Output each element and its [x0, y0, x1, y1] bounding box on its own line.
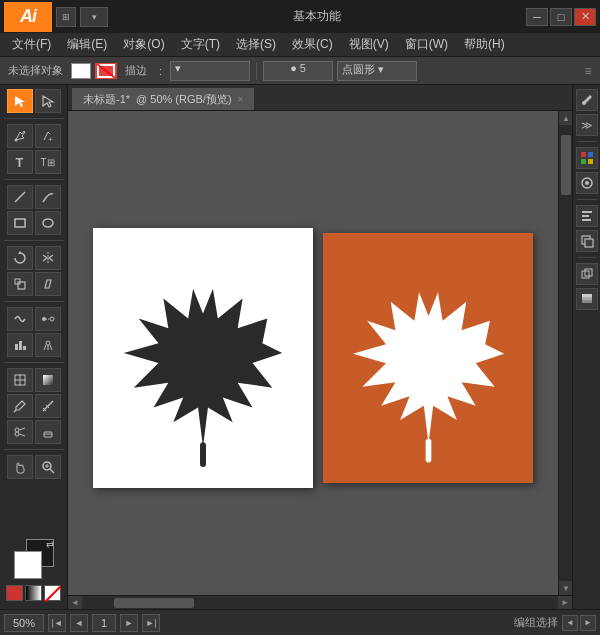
doc-white[interactable] [93, 228, 313, 488]
panel-separator [577, 199, 597, 200]
tool-separator [4, 449, 64, 450]
menu-file[interactable]: 文件(F) [4, 34, 59, 55]
menu-view[interactable]: 视图(V) [341, 34, 397, 55]
direct-selection-tool[interactable] [35, 89, 61, 113]
nav-last-button[interactable]: ►| [142, 614, 160, 632]
mesh-tool[interactable] [7, 368, 33, 392]
arc-tool[interactable] [35, 185, 61, 209]
scroll-right-button[interactable]: ► [558, 596, 572, 610]
scroll-down-button[interactable]: ▼ [559, 581, 572, 595]
close-button[interactable]: ✕ [574, 8, 596, 26]
scroll-left-button[interactable]: ◄ [68, 596, 82, 610]
solid-color-btn[interactable] [6, 585, 23, 601]
canvas-tab[interactable]: 未标题-1* @ 50% (RGB/预览) × [72, 88, 254, 110]
gradient-color-btn[interactable] [25, 585, 42, 601]
toolbar-separator [256, 62, 257, 80]
eyedropper-tool[interactable] [7, 394, 33, 418]
menu-window[interactable]: 窗口(W) [397, 34, 456, 55]
reflect-tool[interactable] [35, 246, 61, 270]
zoom-input[interactable] [4, 614, 44, 632]
no-color-btn[interactable] [44, 585, 61, 601]
rotate-tool[interactable] [7, 246, 33, 270]
point-count-input[interactable]: ● 5 [263, 61, 333, 81]
svg-point-19 [46, 341, 50, 345]
svg-point-4 [14, 139, 17, 142]
shear-tool[interactable] [35, 272, 61, 296]
menu-help[interactable]: 帮助(H) [456, 34, 513, 55]
menu-object[interactable]: 对象(O) [115, 34, 172, 55]
panel-expand-icon[interactable]: ≫ [576, 114, 598, 136]
panel-align-icon[interactable] [576, 205, 598, 227]
panel-brush-icon[interactable] [576, 89, 598, 111]
ellipse-tool[interactable] [35, 211, 61, 235]
svg-rect-42 [588, 152, 593, 157]
svg-point-8 [43, 219, 53, 227]
shape-select[interactable]: 点圆形 ▾ [337, 61, 417, 81]
tool-row [2, 211, 65, 235]
panel-separator [577, 257, 597, 258]
tab-close-button[interactable]: × [238, 94, 244, 105]
background-swatch[interactable] [14, 551, 42, 579]
svg-rect-55 [582, 297, 592, 300]
tool-row [2, 89, 65, 113]
blend-tool[interactable] [35, 307, 61, 331]
scroll-thumb[interactable] [561, 135, 571, 195]
add-anchor-tool[interactable]: + [35, 124, 61, 148]
panel-layers-icon[interactable] [576, 288, 598, 310]
panel-transform-icon[interactable] [576, 230, 598, 252]
status-arrows: ◄ ► [562, 615, 596, 631]
nav-first-button[interactable]: |◄ [48, 614, 66, 632]
scroll-track[interactable] [559, 125, 572, 581]
minimize-button[interactable]: ─ [526, 8, 548, 26]
type-tool[interactable]: T [7, 150, 33, 174]
zoom-tool[interactable] [35, 455, 61, 479]
symbol-sprayer-tool[interactable] [35, 333, 61, 357]
menu-edit[interactable]: 编辑(E) [59, 34, 115, 55]
status-left-arrow[interactable]: ◄ [562, 615, 578, 631]
scroll-up-button[interactable]: ▲ [559, 111, 572, 125]
line-tool[interactable] [7, 185, 33, 209]
svg-marker-2 [15, 96, 25, 107]
nav-next-button[interactable]: ► [120, 614, 138, 632]
warp-tool[interactable] [7, 307, 33, 331]
rectangle-tool[interactable] [7, 211, 33, 235]
page-input[interactable] [92, 614, 116, 632]
canvas-horizontal-scrollbar: ◄ ► [68, 595, 572, 609]
canvas-container[interactable] [68, 111, 558, 595]
tool-row [2, 420, 65, 444]
doc-orange[interactable] [323, 233, 533, 483]
h-scroll-thumb[interactable] [114, 598, 194, 608]
maximize-button[interactable]: □ [550, 8, 572, 26]
eraser-tool[interactable] [35, 420, 61, 444]
svg-rect-43 [581, 159, 586, 164]
toolbar-settings-icon[interactable]: ≡ [580, 63, 596, 79]
menu-select[interactable]: 选择(S) [228, 34, 284, 55]
fill-swatch[interactable] [71, 63, 91, 79]
tool-row [2, 333, 65, 357]
column-graph-tool[interactable] [7, 333, 33, 357]
canvas-inner [78, 131, 548, 585]
area-type-tool[interactable]: T⊞ [35, 150, 61, 174]
hand-tool[interactable] [7, 455, 33, 479]
scissors-tool[interactable] [7, 420, 33, 444]
panel-pathfinder-icon[interactable] [576, 263, 598, 285]
nav-prev-button[interactable]: ◄ [70, 614, 88, 632]
panel-appearance-icon[interactable] [576, 172, 598, 194]
selection-tool[interactable] [7, 89, 33, 113]
status-right-arrow[interactable]: ► [580, 615, 596, 631]
h-scroll-track[interactable] [84, 598, 556, 608]
pen-tool[interactable] [7, 124, 33, 148]
swap-colors-icon[interactable]: ⇄ [46, 539, 54, 550]
arrange-button[interactable]: ▾ [80, 7, 108, 27]
tab-label: 未标题-1* [83, 92, 130, 107]
scale-tool[interactable] [7, 272, 33, 296]
menu-text[interactable]: 文字(T) [173, 34, 228, 55]
stroke-select[interactable]: ▾ [170, 61, 250, 81]
measure-tool[interactable] [35, 394, 61, 418]
tool-row [2, 307, 65, 331]
svg-rect-54 [582, 300, 592, 303]
panel-swatches-icon[interactable] [576, 147, 598, 169]
svg-line-31 [19, 434, 25, 436]
menu-effect[interactable]: 效果(C) [284, 34, 341, 55]
gradient-tool[interactable] [35, 368, 61, 392]
